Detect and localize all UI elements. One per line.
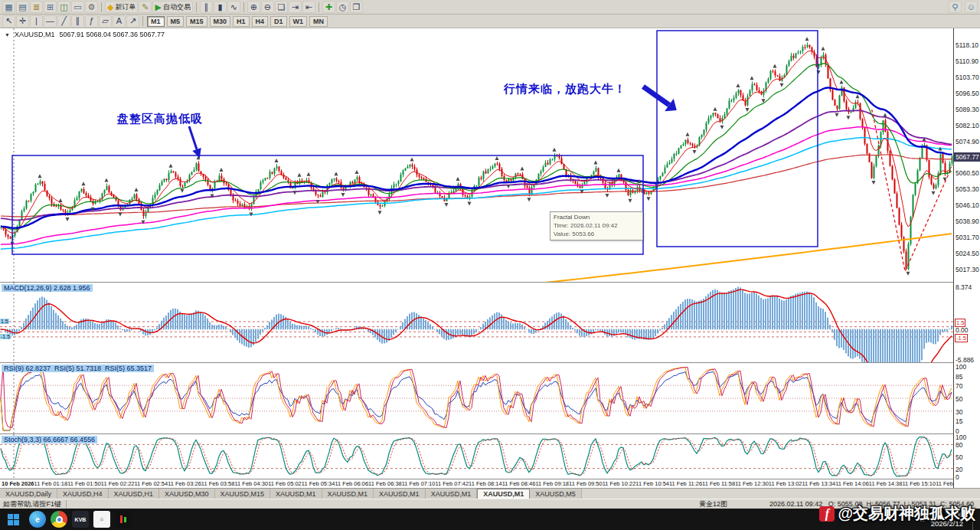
- status-divider: [66, 500, 67, 508]
- bar-chart-button[interactable]: ∥: [200, 1, 213, 13]
- chart-tab-1[interactable]: XAUUSD,H4: [57, 489, 109, 499]
- templates-button[interactable]: ❐: [350, 1, 363, 13]
- search-button[interactable]: ⚲: [949, 1, 962, 13]
- chart-tab-8[interactable]: XAUUSD,M1: [426, 489, 478, 499]
- macd-panel-canvas[interactable]: [0, 283, 953, 362]
- cursor-tool-button[interactable]: ↖: [2, 15, 15, 28]
- price-label: 5118.10: [956, 41, 978, 49]
- windows-logo-icon: [8, 514, 19, 525]
- fractal-tooltip: Fractal Down Time: 2026.02.11 09:42 Valu…: [550, 211, 643, 240]
- annotation-breakout: 行情来临，放跑大牛！: [504, 82, 626, 97]
- chart-tab-7[interactable]: XAUUSD,M1: [374, 489, 426, 499]
- chart-tab-10[interactable]: XAUUSD,M5: [530, 489, 582, 499]
- main-chart-canvas[interactable]: [0, 28, 953, 282]
- chart-tab-2[interactable]: XAUUSD,H1: [109, 489, 160, 499]
- timeframe-m15-button[interactable]: M15: [186, 16, 207, 27]
- show-desktop-button[interactable]: [972, 509, 975, 530]
- panel-separator[interactable]: [0, 433, 980, 434]
- auto-scroll-button[interactable]: ⇥: [289, 1, 302, 13]
- taskbar-app-chrome[interactable]: [51, 511, 67, 528]
- panel-separator[interactable]: [0, 362, 980, 363]
- community-button[interactable]: ☺: [965, 1, 978, 13]
- chart-window: ▼ XAUUSD,M1 5067.91 5068.04 5067.36 5067…: [0, 28, 980, 488]
- fibonacci-tool-button[interactable]: ƒ: [85, 15, 98, 28]
- terminal-button[interactable]: ▭: [71, 1, 84, 13]
- line-chart-icon: ∿: [230, 3, 237, 11]
- rsi-panel-canvas[interactable]: [0, 363, 953, 433]
- chart-tab-3[interactable]: XAUUSD,M30: [159, 489, 215, 499]
- timeframe-h1-button[interactable]: H1: [233, 16, 250, 27]
- new-order-icon: ◆: [107, 3, 113, 11]
- tooltip-time: Time: 2026.02.11 09:42: [554, 222, 639, 231]
- time-label: 11 Feb 15:10: [902, 480, 936, 487]
- start-button[interactable]: [0, 509, 26, 530]
- periods-dropdown-button[interactable]: ◷: [336, 1, 349, 13]
- zoom-in-button[interactable]: ⊕: [247, 1, 260, 13]
- stoch-panel-canvas[interactable]: [0, 434, 953, 479]
- text-label-tool-button[interactable]: A: [113, 15, 126, 28]
- horizontal-line-tool-button[interactable]: —: [44, 15, 57, 28]
- text-label-icon: A: [116, 17, 122, 25]
- tooltip-title: Fractal Down: [554, 214, 639, 222]
- status-template-name: 黄金12图: [699, 499, 727, 509]
- navigator-button[interactable]: ◫: [57, 1, 70, 13]
- taskbar-app-kvb[interactable]: KVB: [72, 511, 89, 528]
- new-chart-icon: ▦: [5, 3, 12, 11]
- time-axis[interactable]: 10 Feb 202611 Feb 01:1811 Feb 01:5011 Fe…: [0, 479, 953, 488]
- chart-shift-button[interactable]: ⇤: [302, 1, 315, 13]
- rsi-label[interactable]: RSI(9) 62.8237 RSI(5) 51.7318 RSI(5) 65.…: [2, 365, 154, 372]
- chart-tab-4[interactable]: XAUUSD,M15: [215, 489, 271, 499]
- price-axis[interactable]: 5118.105110.905103.705096.505089.305082.…: [953, 28, 980, 488]
- chart-menu-caret-icon[interactable]: ▼: [5, 32, 10, 38]
- tray-chevron-icon[interactable]: ∧: [920, 515, 925, 523]
- timeframe-m1-button[interactable]: M1: [147, 16, 165, 27]
- strategy-tester-icon: ⚙: [88, 3, 96, 11]
- stoch-label[interactable]: Stoch(9,3,3) 66.6667 66.4556: [2, 436, 97, 443]
- data-window-button[interactable]: ⊞: [44, 1, 57, 13]
- rsi-axis-label: 50: [956, 395, 962, 403]
- timeframe-h4-button[interactable]: H4: [252, 16, 269, 27]
- strategy-tester-button[interactable]: ⚙: [85, 1, 98, 13]
- timeframe-mn-button[interactable]: MN: [309, 16, 328, 27]
- timeframe-m30-button[interactable]: M30: [210, 16, 231, 27]
- chart-tab-6[interactable]: XAUUSD,M1: [322, 489, 374, 499]
- price-label: 5074.90: [956, 138, 979, 146]
- arrows-tool-button[interactable]: ↗: [126, 15, 139, 28]
- taskbar-clock[interactable]: 10:06 2026/2/12: [931, 510, 966, 528]
- taskbar-app-mt4[interactable]: [115, 511, 132, 528]
- mt4-window: ▦▤≣⊞◫▭⚙◆新订单✎▶自动交易∥▮∿⊕⊖❏⇥⇤✚◷❐⚲☺ ↖✛|—╱∥ƒ▱A…: [0, 0, 980, 530]
- trendline-tool-button[interactable]: ╱: [57, 15, 70, 28]
- metaeditor-button[interactable]: ✎: [139, 1, 152, 13]
- shapes-tool-button[interactable]: ▱: [99, 15, 112, 28]
- community-icon: ☺: [967, 3, 975, 11]
- zoom-out-button[interactable]: ⊖: [261, 1, 274, 13]
- macd-label[interactable]: MACD(12,26,9) 2.628 1.956: [2, 284, 93, 292]
- crosshair-tool-button[interactable]: ✛: [16, 15, 29, 28]
- timeframe-w1-button[interactable]: W1: [289, 16, 308, 27]
- candlestick-chart-button[interactable]: ▮: [214, 1, 227, 13]
- panel-separator[interactable]: [0, 282, 980, 283]
- macd-left-level-label: 1.5: [0, 319, 9, 324]
- taskbar-app-notepad[interactable]: ≡: [93, 511, 110, 528]
- bar-chart-icon: ∥: [204, 3, 209, 11]
- candlestick-chart-icon: ▮: [217, 3, 222, 11]
- price-label: 5096.50: [956, 90, 979, 97]
- chart-tab-9[interactable]: XAUUSD,M1: [477, 489, 530, 499]
- chart-tab-0[interactable]: XAUUSD,Daily: [0, 489, 57, 499]
- new-order-button[interactable]: ◆新订单: [105, 1, 138, 13]
- new-chart-button[interactable]: ▦: [2, 1, 15, 13]
- market-watch-button[interactable]: ≣: [30, 1, 43, 13]
- market-watch-icon: ≣: [33, 3, 40, 11]
- tile-windows-button[interactable]: ❏: [275, 1, 288, 13]
- line-chart-button[interactable]: ∿: [227, 1, 240, 13]
- channel-tool-button[interactable]: ∥: [71, 15, 84, 28]
- profiles-button[interactable]: ▤: [16, 1, 29, 13]
- time-label: 11 Feb 06:06: [335, 480, 368, 487]
- indicators-add-button[interactable]: ✚: [322, 1, 335, 13]
- taskbar-app-edge[interactable]: e: [29, 511, 46, 528]
- vertical-line-tool-button[interactable]: |: [30, 15, 43, 28]
- timeframe-d1-button[interactable]: D1: [270, 16, 287, 27]
- auto-trading-button[interactable]: ▶自动交易: [152, 1, 192, 13]
- chart-tab-5[interactable]: XAUUSD,M1: [270, 489, 322, 499]
- timeframe-m5-button[interactable]: M5: [167, 16, 185, 27]
